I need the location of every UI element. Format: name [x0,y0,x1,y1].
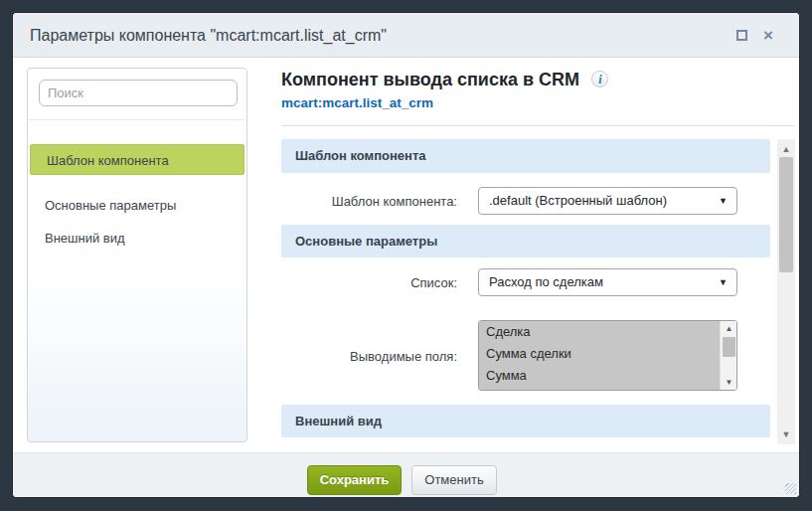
sidebar-item-label: Внешний вид [45,231,125,246]
component-name-link[interactable]: mcart:mcart.list_at_crm [281,95,433,110]
listbox-scrollbar-thumb[interactable] [723,337,735,357]
list-select[interactable]: Расход по сделкам ▼ [478,268,737,296]
scroll-down-icon[interactable]: ▼ [721,375,737,390]
main-scrollbar[interactable]: ▲ ▼ [777,139,795,444]
output-fields-listbox: Сделка Сумма сделки Сумма ▲ ▼ [478,320,737,391]
scroll-up-icon[interactable]: ▲ [721,321,737,336]
close-icon: × [763,26,773,45]
component-heading: Компонент вывода списка в CRM [281,70,579,89]
template-field-label: Шаблон компонента: [281,194,457,209]
save-button[interactable]: Сохранить [307,465,402,495]
listbox-option[interactable]: Сумма [479,365,721,387]
listbox-option[interactable]: Сделка [479,321,721,343]
dialog-titlebar: Параметры компонента "mcart:mcart.list_a… [13,13,799,58]
list-field-label: Список: [281,275,457,290]
sidebar-item-appearance[interactable]: Внешний вид [29,226,244,252]
list-select-value: Расход по сделкам [489,274,603,289]
sidebar-divider [29,119,245,120]
chevron-down-icon: ▼ [719,188,728,214]
template-select[interactable]: .default (Встроенный шаблон) ▼ [478,187,737,215]
section-header-template: Шаблон компонента [281,139,770,173]
info-icon[interactable]: i [591,71,608,87]
output-fields-label: Выводимые поля: [281,349,457,364]
chevron-down-icon: ▼ [719,269,728,295]
heading-divider [281,125,795,126]
dialog-footer: Сохранить Отменить [13,452,799,497]
sidebar-item-template[interactable]: Шаблон компонента [30,144,244,175]
settings-main-panel: Компонент вывода списка в CRM i mcart:mc… [281,58,795,452]
scroll-down-icon[interactable]: ▼ [777,426,795,442]
settings-sidebar: Шаблон компонента Основные параметры Вне… [27,68,247,442]
settings-scroll-area: Шаблон компонента Шаблон компонента: .de… [281,139,777,444]
cancel-button[interactable]: Отменить [411,465,497,495]
sidebar-item-label: Шаблон компонента [47,153,169,168]
maximize-button[interactable] [730,13,755,58]
section-header-appearance: Внешний вид [281,405,770,437]
resize-handle[interactable] [785,483,796,494]
section-header-main-parameters: Основные параметры [281,225,770,257]
dialog-body: Шаблон компонента Основные параметры Вне… [13,58,799,452]
dialog-title: Параметры компонента "mcart:mcart.list_a… [30,13,387,58]
template-select-value: .default (Встроенный шаблон) [489,193,667,208]
listbox-scrollbar[interactable]: ▲ ▼ [720,321,736,390]
close-button[interactable]: × [759,13,785,58]
maximize-icon [736,30,747,41]
sidebar-item-label: Основные параметры [45,198,176,213]
search-input[interactable] [39,80,238,106]
main-scrollbar-thumb[interactable] [779,157,793,272]
sidebar-item-main-parameters[interactable]: Основные параметры [29,193,244,219]
component-parameters-dialog: Параметры компонента "mcart:mcart.list_a… [13,13,799,497]
scroll-up-icon[interactable]: ▲ [777,141,795,157]
listbox-option[interactable]: Сумма сделки [479,343,721,365]
